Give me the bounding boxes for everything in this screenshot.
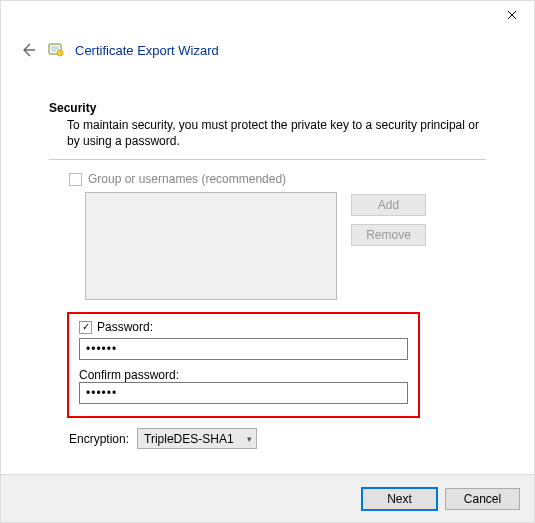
encryption-label: Encryption:	[69, 432, 129, 446]
confirm-password-label: Confirm password:	[79, 368, 408, 382]
chevron-down-icon: ▾	[247, 434, 252, 444]
encryption-row: Encryption: TripleDES-SHA1 ▾	[49, 428, 486, 449]
back-button[interactable]	[19, 41, 37, 59]
svg-point-1	[57, 50, 63, 56]
password-label: Password:	[97, 320, 153, 334]
wizard-content: Security To maintain security, you must …	[1, 101, 534, 449]
group-usernames-checkbox	[69, 173, 82, 186]
remove-button: Remove	[351, 224, 426, 246]
back-arrow-icon	[20, 42, 36, 58]
encryption-selected-value: TripleDES-SHA1	[144, 432, 234, 446]
certificate-wizard-icon	[47, 41, 65, 59]
close-button[interactable]	[489, 1, 534, 29]
section-description: To maintain security, you must protect t…	[49, 115, 486, 159]
group-usernames-listbox	[85, 192, 337, 300]
titlebar	[1, 1, 534, 33]
confirm-password-input[interactable]	[79, 382, 408, 404]
password-input[interactable]	[79, 338, 408, 360]
group-usernames-row: Group or usernames (recommended)	[49, 172, 486, 186]
section-heading: Security	[49, 101, 486, 115]
password-checkbox[interactable]	[79, 321, 92, 334]
password-checkbox-row: Password:	[79, 320, 408, 334]
close-icon	[507, 10, 517, 20]
divider	[49, 159, 486, 160]
add-button: Add	[351, 194, 426, 216]
group-side-buttons: Add Remove	[351, 192, 426, 300]
cancel-button[interactable]: Cancel	[445, 488, 520, 510]
password-highlight-box: Password: Confirm password:	[67, 312, 420, 418]
wizard-footer: Next Cancel	[1, 474, 534, 522]
group-listbox-row: Add Remove	[49, 192, 486, 300]
wizard-title: Certificate Export Wizard	[75, 43, 219, 58]
wizard-header: Certificate Export Wizard	[1, 33, 534, 73]
encryption-select[interactable]: TripleDES-SHA1 ▾	[137, 428, 257, 449]
group-usernames-label: Group or usernames (recommended)	[88, 172, 286, 186]
next-button[interactable]: Next	[362, 488, 437, 510]
